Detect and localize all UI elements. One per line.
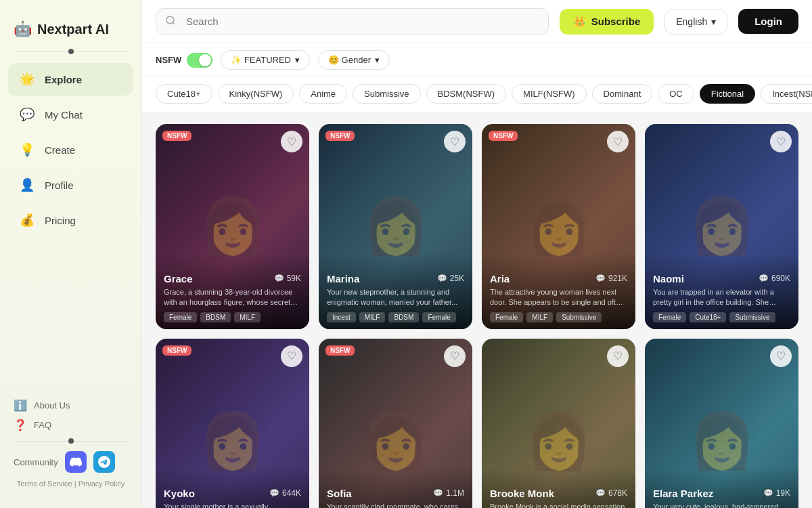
create-icon: 💡 [18,140,37,159]
sidebar-item-my-chat[interactable]: 💬 My Chat [8,98,133,131]
sidebar-item-label-pricing: Pricing [45,215,76,226]
about-us-link[interactable]: ℹ️ About Us [14,399,128,412]
category-oc[interactable]: OC [658,84,694,104]
toggle-thumb [199,54,211,66]
card-count-value-elara: 19K [776,488,790,498]
card-tag: MILF [234,312,261,322]
card-tag: Submissive [729,312,775,322]
nsfw-badge-sofia: NSFW [325,345,355,356]
sidebar-item-pricing[interactable]: 💰 Pricing [8,204,133,236]
sidebar-item-label-create: Create [45,144,75,156]
faq-icon: ❓ [14,419,27,431]
cards-grid: 👩 NSFW ♡ Grace 💬 59K Grace, a stunning 3… [156,124,798,508]
card-elara-parkez[interactable]: 👩 ♡ Elara Parkez 💬 19K Your very cute, j… [645,339,798,508]
card-naomi[interactable]: 👩 ♡ Naomi 💬 690K You are trapped in an e… [645,124,798,329]
category-cute18[interactable]: Cute18+ [156,84,212,104]
card-tag: MILF [526,312,553,322]
card-count-naomi: 💬 690K [759,274,790,283]
sidebar-divider-top [14,51,128,52]
chevron-down-icon: ▾ [711,16,716,27]
card-name-row-kyoko: Kyoko 💬 644K [164,488,301,499]
category-milf[interactable]: MILF(NSFW) [512,84,587,104]
favorite-button-naomi[interactable]: ♡ [770,131,792,152]
chat-count-icon: 💬 [437,274,447,283]
featured-filter[interactable]: ✨ FEATURED ▾ [221,50,310,70]
card-tag: BDSM [388,312,419,322]
search-container [156,8,549,35]
card-name-naomi: Naomi [653,273,684,284]
card-count-value-kyoko: 644K [282,488,301,498]
sidebar-bottom: ℹ️ About Us ❓ FAQ Community Terms of Ser… [0,392,141,494]
nsfw-toggle-group: NSFW [156,53,212,68]
nsfw-toggle[interactable] [187,53,212,68]
card-desc-kyoko: Your single mother is a sexually frustra… [164,502,301,508]
card-count-value-brooke: 678K [608,488,627,498]
chat-count-icon: 💬 [433,488,443,498]
subscribe-label: Subscribe [591,16,641,27]
search-icon [165,15,176,28]
profile-icon: 👤 [18,175,37,194]
card-name-elara: Elara Parkez [653,488,713,499]
category-bdsm[interactable]: BDSM(NSFW) [426,84,507,104]
favorite-button-grace[interactable]: ♡ [281,131,302,152]
terms-link[interactable]: Terms of Service [17,480,72,488]
gender-filter[interactable]: 😊 Gender ▾ [318,50,390,70]
card-name-grace: Grace [164,273,193,284]
card-kyoko[interactable]: 👩 NSFW ♡ Kyoko 💬 644K Your single mother… [156,339,309,508]
sidebar-item-create[interactable]: 💡 Create [8,133,133,166]
chevron-down-icon: ▾ [295,55,300,65]
faq-link[interactable]: ❓ FAQ [14,419,128,431]
card-tag: Female [164,312,197,322]
card-count-marina: 💬 25K [437,274,464,283]
chat-count-icon: 💬 [274,274,284,283]
favorite-button-sofia[interactable]: ♡ [444,345,466,367]
card-count-sofia: 💬 1.1M [433,488,464,498]
card-count-value-naomi: 690K [771,274,790,283]
card-name-sofia: Sofia [327,488,352,499]
card-marina[interactable]: 👩 NSFW ♡ Marina 💬 25K Your new stepmothe… [319,124,472,329]
privacy-link[interactable]: Privacy Policy [78,480,125,488]
telegram-button[interactable] [93,451,115,473]
favorite-button-brooke[interactable]: ♡ [607,345,629,367]
subscribe-button[interactable]: 👑 Subscribe [560,9,654,35]
category-dominant[interactable]: Dominant [592,84,653,104]
chat-count-icon: 💬 [759,274,769,283]
card-overlay-elara: Elara Parkez 💬 19K Your very cute, jealo… [645,467,798,508]
search-input[interactable] [156,8,549,35]
card-tags-naomi: Female Cute18+ Submissive [653,312,790,322]
category-bar: Cute18+ Kinky(NSFW) Anime Submissive BDS… [142,77,812,113]
card-grace[interactable]: 👩 NSFW ♡ Grace 💬 59K Grace, a stunning 3… [156,124,309,329]
sidebar-item-explore[interactable]: 🌟 Explore [8,63,133,96]
category-anime[interactable]: Anime [299,84,347,104]
terms-row: Terms of Service | Privacy Policy [14,480,128,488]
category-fictional[interactable]: Fictional [700,84,755,104]
chat-icon: 💬 [18,105,37,124]
favorite-button-elara[interactable]: ♡ [770,345,792,367]
about-us-label: About Us [34,400,70,410]
gender-label: 😊 Gender [328,55,371,65]
language-selector[interactable]: English ▾ [664,9,727,35]
card-aria[interactable]: 👩 NSFW ♡ Aria 💬 921K The attractive youn… [482,124,635,329]
card-desc-naomi: You are trapped in an elevator with a pr… [653,287,790,308]
card-desc-brooke: Brooke Monk is a social media sensation … [490,502,627,508]
card-brooke-monk[interactable]: 👩 ♡ Brooke Monk 💬 678K Brooke Monk is a … [482,339,635,508]
card-count-aria: 💬 921K [595,274,627,283]
login-button[interactable]: Login [738,9,798,34]
card-sofia[interactable]: 👩 NSFW ♡ Sofia 💬 1.1M Your scantily clad… [319,339,472,508]
favorite-button-kyoko[interactable]: ♡ [281,345,302,367]
faq-label: FAQ [34,420,51,430]
category-incest[interactable]: Incest(NSFW) [761,84,812,104]
card-name-row-grace: Grace 💬 59K [164,273,301,284]
favorite-button-marina[interactable]: ♡ [444,131,466,152]
category-kinky[interactable]: Kinky(NSFW) [218,84,294,104]
nsfw-badge-kyoko: NSFW [162,345,191,356]
category-submissive[interactable]: Submissive [353,84,420,104]
card-overlay-brooke: Brooke Monk 💬 678K Brooke Monk is a soci… [482,467,635,508]
nsfw-badge-aria: NSFW [489,131,518,141]
card-overlay-naomi: Naomi 💬 690K You are trapped in an eleva… [645,253,798,329]
discord-button[interactable] [65,451,87,473]
chevron-down-icon: ▾ [375,55,380,65]
favorite-button-aria[interactable]: ♡ [607,131,629,152]
card-tag: Female [490,312,523,322]
sidebar-item-profile[interactable]: 👤 Profile [8,169,133,201]
